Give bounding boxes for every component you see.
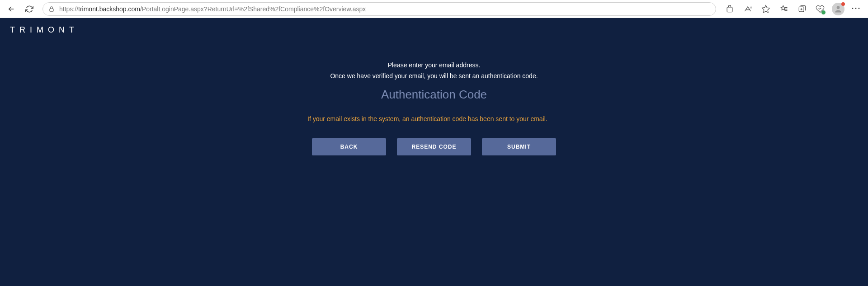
instruction-line-2: Once we have verified your email, you wi… [307,71,561,81]
performance-icon[interactable] [812,1,828,17]
url-bar[interactable]: https://trimont.backshop.com/PortalLogin… [42,2,716,16]
resend-code-button[interactable]: RESEND CODE [397,138,471,155]
logo: TRIMONT [10,25,79,35]
info-message: If your email exists in the system, an a… [307,114,557,124]
back-button[interactable]: BACK [312,138,386,155]
shopping-icon[interactable] [722,1,738,17]
svg-point-4 [837,6,840,9]
instruction-line-1: Please enter your email address. [307,60,561,70]
url-text: https://trimont.backshop.com/PortalLogin… [59,5,366,13]
favorite-star-icon[interactable] [758,1,774,17]
svg-rect-1 [727,7,732,12]
url-prefix: https:// [59,5,78,13]
refresh-button[interactable] [22,1,37,17]
toolbar-icons: ··· [722,1,864,17]
page-content: TRIMONT Please enter your email address.… [0,18,868,286]
auth-heading: Authentication Code [307,88,561,102]
svg-point-3 [821,10,826,14]
read-aloud-icon[interactable] [740,1,756,17]
notification-dot [841,2,845,6]
button-row: BACK RESEND CODE SUBMIT [307,138,561,155]
svg-rect-0 [50,9,53,11]
url-path: /PortalLoginPage.aspx?ReturnUrl=%2fShare… [140,5,366,13]
url-domain: trimont.backshop.com [78,5,140,13]
more-menu-icon[interactable]: ··· [848,1,864,17]
collections-icon[interactable] [794,1,810,17]
back-nav-button[interactable] [4,1,19,17]
auth-container: Please enter your email address. Once we… [307,26,561,155]
browser-chrome: https://trimont.backshop.com/PortalLogin… [0,0,868,18]
profile-avatar[interactable] [830,1,846,17]
favorites-list-icon[interactable] [776,1,792,17]
submit-button[interactable]: SUBMIT [482,138,556,155]
lock-icon [48,6,55,12]
